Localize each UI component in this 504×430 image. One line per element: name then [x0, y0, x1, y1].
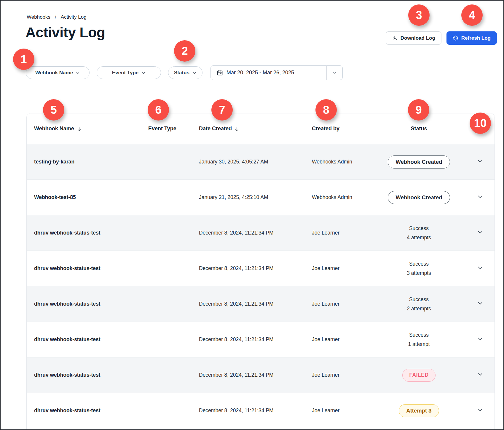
annotation-badge-4: 4 — [461, 4, 483, 26]
annotation-badge-5: 5 — [43, 99, 64, 121]
cell-status: Success3 attempts — [385, 259, 453, 278]
column-header-event-type[interactable]: Event Type — [148, 126, 199, 132]
status-pill-failed: FAILED — [402, 369, 435, 382]
sort-descending-icon[interactable] — [235, 127, 239, 131]
cell-status: FAILED — [385, 369, 453, 382]
row-expand-chevron-icon[interactable] — [477, 300, 484, 308]
column-header-created-by[interactable]: Created by — [312, 126, 385, 132]
row-expand-chevron-icon[interactable] — [477, 158, 484, 166]
cell-created-by: Joe Learner — [312, 301, 385, 307]
chevron-down-icon — [141, 70, 146, 75]
row-expand-chevron-icon[interactable] — [477, 264, 484, 272]
refresh-icon — [453, 35, 458, 41]
cell-date-created: December 8, 2024, 11:21:34 PM — [199, 265, 312, 272]
cell-created-by: Joe Learner — [312, 372, 385, 378]
cell-webhook-name: Webhook-test-85 — [34, 194, 148, 200]
calendar-icon — [217, 70, 223, 76]
cell-status: Success1 attempt — [385, 330, 453, 349]
table-row[interactable]: dhruv webhook-status-test December 8, 20… — [27, 215, 495, 251]
toolbar: Download Log Refresh Log — [386, 31, 497, 45]
cell-created-by: Joe Learner — [312, 230, 385, 236]
status-success-label: Success — [409, 259, 429, 269]
breadcrumb-activity-log: Activity Log — [61, 14, 87, 20]
annotation-badge-10: 10 — [470, 113, 491, 134]
cell-date-created: January 21, 2025, 4:25:10 AM — [199, 194, 312, 200]
column-header-label: Date Created — [199, 126, 232, 132]
date-range-picker[interactable]: Mar 20, 2025 - Mar 26, 2025 — [210, 65, 343, 80]
cell-webhook-name: testing-by-karan — [34, 159, 148, 165]
cell-date-created: January 30, 2025, 4:05:27 AM — [199, 159, 312, 165]
row-expand-chevron-icon[interactable] — [477, 371, 484, 379]
cell-created-by: Joe Learner — [312, 265, 385, 272]
status-pill-created: Webhook Created — [388, 155, 450, 169]
breadcrumb-webhooks[interactable]: Webhooks — [27, 14, 50, 20]
status-success-label: Success — [409, 295, 429, 304]
refresh-log-button[interactable]: Refresh Log — [446, 31, 497, 45]
webhook-name-filter[interactable]: Webhook Name — [26, 66, 90, 79]
annotation-badge-6: 6 — [148, 99, 169, 121]
status-success-label: Success — [409, 330, 429, 340]
status-attempts-label: 4 attempts — [407, 233, 431, 242]
table-row[interactable]: dhruv webhook-status-test December 8, 20… — [27, 357, 495, 393]
cell-status: Webhook Created — [385, 191, 453, 204]
breadcrumb-separator: / — [55, 14, 56, 20]
column-header-date-created[interactable]: Date Created — [199, 126, 312, 132]
cell-created-by: Webhooks Admin — [312, 194, 385, 200]
cell-webhook-name: dhruv webhook-status-test — [34, 265, 148, 272]
table-row[interactable]: Webhook-test-85 January 21, 2025, 4:25:1… — [27, 179, 495, 215]
table-row[interactable]: testing-by-karan January 30, 2025, 4:05:… — [27, 144, 495, 179]
download-log-button[interactable]: Download Log — [386, 31, 441, 45]
download-log-label: Download Log — [401, 35, 435, 41]
filters-bar: Webhook Name Event Type Status Mar 20, 2… — [26, 65, 343, 80]
column-header-label: Created by — [312, 126, 339, 132]
row-expand-chevron-icon[interactable] — [477, 336, 484, 344]
column-header-label: Webhook Name — [34, 126, 74, 132]
breadcrumb: Webhooks / Activity Log — [27, 14, 87, 20]
annotation-badge-8: 8 — [315, 99, 337, 121]
sort-descending-icon[interactable] — [77, 127, 82, 131]
cell-webhook-name: dhruv webhook-status-test — [34, 230, 148, 236]
annotation-badge-7: 7 — [211, 99, 233, 121]
webhook-name-filter-label: Webhook Name — [35, 70, 73, 76]
column-header-status[interactable]: Status — [385, 126, 453, 132]
column-header-label: Status — [411, 126, 427, 132]
table-row[interactable]: dhruv webhook-status-test December 8, 20… — [27, 251, 495, 286]
cell-date-created: December 8, 2024, 11:21:34 PM — [199, 407, 312, 414]
cell-webhook-name: dhruv webhook-status-test — [34, 407, 148, 414]
activity-log-table: Webhook Name Event Type Date Created Cre… — [26, 113, 495, 430]
chevron-down-icon — [76, 70, 80, 75]
cell-webhook-name: dhruv webhook-status-test — [34, 372, 148, 378]
event-type-filter[interactable]: Event Type — [97, 66, 161, 79]
page-title: Activity Log — [25, 25, 105, 41]
download-icon — [392, 35, 398, 41]
cell-status: Success4 attempts — [385, 224, 453, 242]
date-range-value: Mar 20, 2025 - Mar 26, 2025 — [227, 70, 294, 76]
row-expand-chevron-icon[interactable] — [477, 229, 484, 237]
row-expand-chevron-icon[interactable] — [477, 193, 484, 201]
status-pill-attempt: Attempt 3 — [399, 404, 439, 417]
cell-webhook-name: dhruv webhook-status-test — [34, 336, 148, 343]
annotation-badge-1: 1 — [13, 49, 34, 70]
cell-webhook-name: dhruv webhook-status-test — [34, 301, 148, 307]
date-range-expand-button[interactable] — [326, 66, 342, 80]
status-filter[interactable]: Status — [168, 66, 202, 79]
row-expand-chevron-icon[interactable] — [477, 407, 484, 415]
cell-date-created: December 8, 2024, 11:21:34 PM — [199, 301, 312, 307]
cell-date-created: December 8, 2024, 11:21:34 PM — [199, 372, 312, 378]
status-success-label: Success — [409, 224, 429, 233]
status-filter-label: Status — [174, 70, 189, 76]
chevron-down-icon — [192, 70, 197, 75]
event-type-filter-label: Event Type — [112, 70, 138, 76]
cell-status: Attempt 3 — [385, 404, 453, 417]
cell-created-by: Webhooks Admin — [312, 159, 385, 165]
table-row[interactable]: dhruv webhook-status-test December 8, 20… — [27, 322, 495, 357]
cell-date-created: December 8, 2024, 11:21:34 PM — [199, 230, 312, 236]
annotation-badge-2: 2 — [174, 40, 195, 62]
table-row[interactable]: dhruv webhook-status-test December 8, 20… — [27, 286, 495, 322]
annotation-badge-3: 3 — [408, 4, 430, 26]
table-row[interactable]: dhruv webhook-status-test December 8, 20… — [27, 393, 495, 428]
status-attempts-label: 3 attempts — [407, 269, 431, 278]
refresh-log-label: Refresh Log — [461, 35, 491, 41]
column-header-webhook-name[interactable]: Webhook Name — [34, 126, 148, 132]
status-pill-created: Webhook Created — [388, 191, 450, 204]
